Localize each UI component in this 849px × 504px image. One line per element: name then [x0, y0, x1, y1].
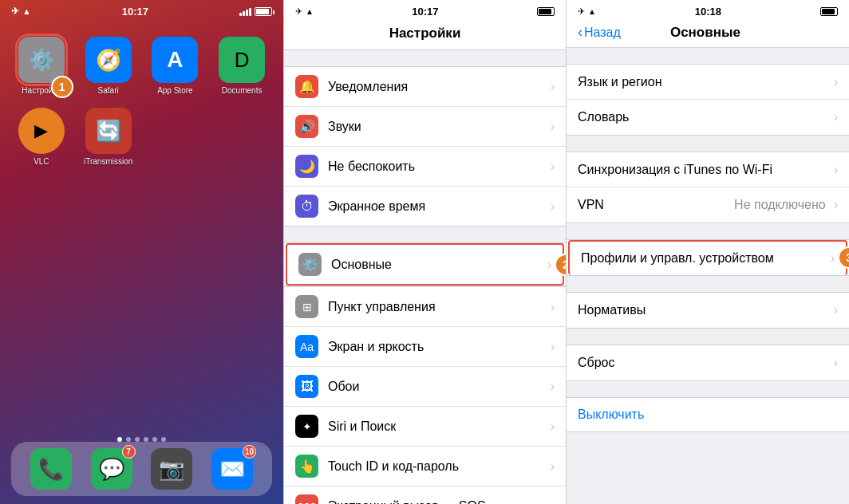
- settings-group-control: ⊞ Пункт управления › Aa Экран и яркость …: [284, 286, 566, 504]
- step-circle-1: 1: [51, 76, 73, 98]
- notif-icon: 🔔: [295, 75, 318, 98]
- general-item-profiles[interactable]: Профили и управл. устройством ›: [568, 240, 847, 275]
- itransmission-label: iTransmission: [84, 157, 132, 166]
- touchid-icon: 👆: [295, 455, 318, 478]
- app-safari[interactable]: 🧭 Safari: [81, 37, 136, 95]
- general-item-dictionary[interactable]: Словарь ›: [567, 100, 849, 135]
- settings-scroll[interactable]: 🔔 Уведомления › 🔊 Звуки › 🌙 Не беспокоит…: [284, 50, 566, 504]
- general-group-power: Выключить: [567, 397, 849, 432]
- chevron-norms: ›: [834, 303, 838, 317]
- status-bar-2: ✈ ▲ 10:17: [284, 0, 566, 19]
- settings-item-touchid[interactable]: 👆 Touch ID и код-пароль ›: [284, 447, 566, 486]
- safari-icon: 🧭: [96, 48, 121, 73]
- wifi-icon-3: ▲: [588, 7, 596, 16]
- general-item-language[interactable]: Язык и регион ›: [567, 65, 849, 100]
- back-chevron-icon: ‹: [578, 24, 582, 41]
- chevron-general: ›: [547, 258, 551, 272]
- general-group-reset: Сброс ›: [567, 345, 849, 381]
- dock: 📞 💬 7 📷 ✉️ 10: [11, 442, 272, 496]
- display-icon: Aa: [295, 335, 318, 358]
- vlc-icon: ▶: [34, 120, 48, 141]
- general-item-reset[interactable]: Сброс ›: [567, 345, 849, 380]
- general-item-itunes[interactable]: Синхронизация с iTunes по Wi-Fi ›: [567, 152, 849, 187]
- safari-label: Safari: [98, 86, 119, 95]
- phone-icon: 📞: [38, 457, 64, 482]
- screentime-icon: ⏱: [295, 195, 318, 218]
- general-scroll[interactable]: Язык и регион › Словарь › Синхронизация …: [567, 48, 849, 504]
- airplane-icon: ✈: [11, 6, 19, 17]
- app-vlc[interactable]: ▶ VLC: [14, 108, 69, 166]
- settings-group-top: 🔔 Уведомления › 🔊 Звуки › 🌙 Не беспокоит…: [284, 66, 566, 226]
- signal-icon: [239, 7, 251, 16]
- dock-camera[interactable]: 📷: [151, 448, 192, 490]
- wifi-icon: ▲: [22, 6, 31, 16]
- back-button[interactable]: ‹ Назад: [578, 24, 621, 41]
- battery-icon: [255, 7, 272, 16]
- chevron-dnd: ›: [551, 159, 555, 174]
- messages-icon: 💬: [99, 457, 124, 482]
- dock-messages[interactable]: 💬 7: [91, 448, 132, 490]
- general-group-profiles-wrap: Профили и управл. устройством › 3: [567, 239, 849, 276]
- settings-item-display[interactable]: Aa Экран и яркость ›: [284, 327, 566, 367]
- wifi-icon-2: ▲: [306, 7, 314, 16]
- battery-icon-3: [820, 7, 838, 16]
- chevron-touchid: ›: [551, 459, 555, 474]
- appstore-icon: A: [167, 47, 183, 73]
- app-settings[interactable]: ⚙️ Настройки 1: [14, 37, 69, 95]
- settings-group-general: ⚙️ Основные › 2: [284, 242, 566, 286]
- general-item-norms[interactable]: Нормативы ›: [567, 293, 849, 328]
- settings-item-general[interactable]: ⚙️ Основные ›: [286, 243, 564, 285]
- general-group-norms: Нормативы ›: [567, 292, 849, 329]
- app-appstore[interactable]: A App Store: [148, 37, 203, 95]
- wallpaper-icon: 🖼: [295, 375, 318, 398]
- chevron-reset: ›: [834, 356, 838, 370]
- app-grid: ⚙️ Настройки 1 🧭 Safari A App Store D: [0, 22, 283, 174]
- status-bar-3: ✈ ▲ 10:18: [567, 0, 849, 19]
- chevron-profiles: ›: [831, 251, 835, 266]
- airplane-icon-2: ✈: [295, 6, 302, 17]
- power-off-button[interactable]: Выключить: [567, 398, 849, 431]
- app-itransmission[interactable]: 🔄 iTransmission: [81, 108, 136, 166]
- general-page-title: Основные: [621, 25, 790, 41]
- settings-item-siri[interactable]: ✦ Siri и Поиск ›: [284, 407, 566, 447]
- settings-list-panel: ✈ ▲ 10:17 Настройки 🔔 Уведомления ›: [283, 0, 567, 504]
- itransmission-icon: 🔄: [96, 119, 121, 144]
- chevron-control: ›: [551, 300, 555, 314]
- general-group-profiles: Профили и управл. устройством ›: [567, 239, 849, 276]
- sound-icon: 🔊: [295, 115, 318, 138]
- mail-icon: ✉️: [219, 457, 245, 482]
- messages-badge: 7: [122, 445, 136, 459]
- mail-badge: 10: [243, 445, 256, 459]
- chevron-screentime: ›: [551, 199, 555, 214]
- general-icon: ⚙️: [298, 253, 322, 276]
- settings-item-wallpaper[interactable]: 🖼 Обои ›: [284, 367, 566, 407]
- appstore-label: App Store: [157, 86, 192, 95]
- settings-item-dnd[interactable]: 🌙 Не беспокоить ›: [284, 147, 566, 187]
- dock-mail[interactable]: ✉️ 10: [211, 448, 253, 490]
- sos-icon: SOS: [295, 494, 318, 504]
- settings-item-sounds[interactable]: 🔊 Звуки ›: [284, 107, 566, 147]
- home-screen-panel: ✈ ▲ 10:17 ⚙️ Настройки: [0, 0, 283, 504]
- status-bar-1: ✈ ▲ 10:17: [0, 0, 283, 19]
- clock-3: 10:18: [695, 6, 721, 18]
- general-group-language: Язык и регион › Словарь ›: [567, 64, 849, 136]
- control-icon: ⊞: [295, 295, 318, 318]
- chevron-language: ›: [834, 75, 838, 89]
- general-item-vpn[interactable]: VPN Не подключено ›: [567, 187, 849, 222]
- dock-phone[interactable]: 📞: [30, 448, 72, 490]
- chevron-display: ›: [551, 340, 555, 354]
- chevron-notif: ›: [551, 80, 555, 94]
- vlc-label: VLC: [34, 157, 49, 166]
- settings-item-notifications[interactable]: 🔔 Уведомления ›: [284, 67, 566, 107]
- status-icons-3: [820, 7, 838, 16]
- settings-item-control[interactable]: ⊞ Пункт управления ›: [284, 287, 566, 327]
- clock-1: 10:17: [122, 6, 148, 18]
- battery-icon-2: [537, 7, 555, 16]
- settings-item-sos[interactable]: SOS Экстренный вызов — SOS ›: [284, 486, 566, 504]
- settings-item-screentime[interactable]: ⏱ Экранное время ›: [284, 187, 566, 226]
- app-documents[interactable]: D Documents: [215, 37, 269, 95]
- general-group-itunes: Синхронизация с iTunes по Wi-Fi › VPN Не…: [567, 152, 849, 223]
- airplane-icon-3: ✈: [578, 6, 585, 17]
- chevron-dictionary: ›: [834, 110, 838, 124]
- documents-icon: D: [235, 48, 250, 73]
